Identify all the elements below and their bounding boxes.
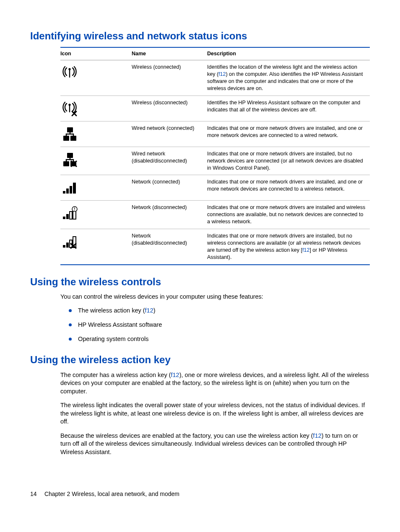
svg-rect-9: [66, 189, 69, 194]
f12-key: f12: [302, 247, 309, 253]
body-paragraph: The wireless light indicates the overall…: [60, 401, 370, 426]
page-footer: 14 Chapter 2 Wireless, local area networ…: [30, 490, 370, 498]
heading-wireless-controls: Using the wireless controls: [30, 275, 370, 289]
list-item: HP Wireless Assistant software: [69, 321, 370, 329]
row-desc: Indicates that one or more network drive…: [207, 229, 370, 265]
table-row: Wireless (disconnected) Identifies the H…: [60, 96, 370, 121]
chapter-title: Chapter 2 Wireless, local area network, …: [44, 491, 179, 497]
controls-list: The wireless action key (f12) HP Wireles…: [69, 307, 370, 343]
table-row: Network (connected) Indicates that one o…: [60, 175, 370, 201]
col-name: Name: [132, 47, 207, 60]
body-paragraph: The computer has a wireless action key (…: [60, 371, 370, 396]
svg-rect-12: [63, 217, 65, 219]
f12-key: f12: [218, 71, 226, 77]
icon-status-table: Icon Name Description Wireless (connecte…: [60, 47, 370, 265]
row-name: Wired network (connected): [132, 121, 207, 147]
row-desc: Identifies the location of the wireless …: [207, 60, 370, 96]
svg-rect-14: [70, 212, 72, 219]
network-connected-icon: [60, 178, 79, 197]
svg-point-1: [68, 103, 70, 106]
row-desc: Indicates that one or more network drive…: [207, 175, 370, 201]
table-header-row: Icon Name Description: [60, 47, 370, 60]
svg-rect-8: [63, 191, 65, 194]
body-paragraph: Because the wireless devices are enabled…: [60, 432, 370, 457]
wireless-disconnected-icon: [60, 99, 79, 118]
row-name: Network (connected): [132, 175, 207, 201]
network-disabled-icon: [60, 232, 79, 251]
col-desc: Description: [207, 47, 370, 60]
svg-rect-18: [63, 245, 65, 248]
svg-rect-13: [66, 214, 69, 219]
svg-rect-5: [67, 153, 73, 158]
heading-identify-icons: Identifying wireless and network status …: [30, 29, 370, 43]
table-row: ! Network (disconnected) Indicates that …: [60, 201, 370, 229]
svg-rect-10: [70, 186, 72, 194]
wired-connected-icon: [60, 125, 79, 143]
svg-rect-4: [70, 136, 76, 141]
row-name: Network (disconnected): [132, 201, 207, 229]
f12-key: f12: [313, 432, 322, 439]
row-name: Network (disabled/disconnected): [132, 229, 207, 265]
table-row: Wired network (disabled/disconnected) In…: [60, 147, 370, 175]
table-row: Wired network (connected) Indicates that…: [60, 121, 370, 147]
wireless-connected-icon: [60, 64, 79, 82]
svg-rect-6: [63, 161, 69, 166]
row-name: Wireless (connected): [132, 60, 207, 96]
svg-rect-3: [63, 136, 69, 141]
row-name: Wired network (disabled/disconnected): [132, 147, 207, 175]
table-row: Wireless (connected) Identifies the loca…: [60, 60, 370, 96]
svg-rect-19: [66, 243, 69, 248]
row-name: Wireless (disconnected): [132, 96, 207, 121]
row-desc: Identifies the HP Wireless Assistant sof…: [207, 96, 370, 121]
f12-key: f12: [145, 307, 153, 314]
col-icon: Icon: [60, 47, 132, 60]
list-item: The wireless action key (f12): [69, 307, 370, 315]
svg-rect-11: [73, 183, 76, 194]
wired-disabled-icon: [60, 150, 79, 169]
row-desc: Indicates that one or more network drive…: [207, 147, 370, 175]
row-desc: Indicates that one or more network drive…: [207, 201, 370, 229]
svg-rect-2: [67, 127, 73, 132]
svg-point-0: [68, 68, 70, 70]
table-row: Network (disabled/disconnected) Indicate…: [60, 229, 370, 265]
list-item: Operating system controls: [69, 335, 370, 343]
intro-paragraph: You can control the wireless devices in …: [60, 293, 370, 301]
svg-text:!: !: [74, 207, 75, 212]
page-number: 14: [30, 490, 43, 498]
icon-status-table-wrap: Icon Name Description Wireless (connecte…: [60, 47, 370, 265]
f12-key: f12: [171, 372, 179, 378]
network-disconnected-icon: !: [60, 204, 79, 222]
heading-wireless-action-key: Using the wireless action key: [30, 353, 370, 367]
row-desc: Indicates that one or more network drive…: [207, 121, 370, 147]
